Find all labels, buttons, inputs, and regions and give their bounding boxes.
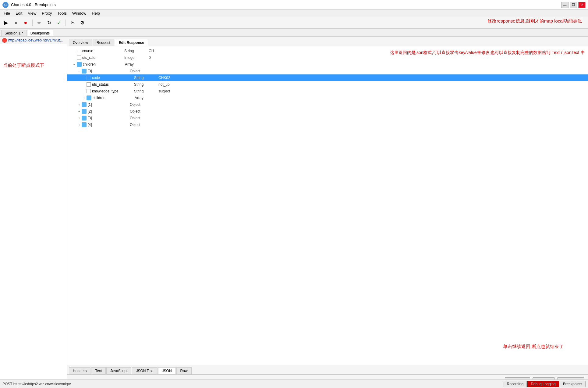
tree-row-2[interactable]: + [2] Object <box>67 108 588 115</box>
check-button[interactable]: ✓ <box>55 19 63 27</box>
window-title: Charles 4.0 - Breakpoints <box>11 2 56 7</box>
tree-row-code[interactable]: code String CHK02 <box>67 74 588 81</box>
settings-button[interactable]: ⚙ <box>78 19 87 27</box>
url-row[interactable]: 🔴 http://fepapi.dev.web.nd/v1/m/uts_rate <box>0 37 67 44</box>
maximize-button[interactable]: ☐ <box>570 2 577 8</box>
menu-window[interactable]: Window <box>70 10 89 16</box>
folder-icon-1 <box>82 102 87 107</box>
tree-container: 这里返回的是json格式,可以直接双击key/value来修改,也可以直接复制完… <box>67 46 588 365</box>
edit-button[interactable]: ✏ <box>35 19 44 27</box>
tree-row-knowledge-type[interactable]: knowledge_type String subject <box>67 88 588 95</box>
menu-help[interactable]: Help <box>89 10 102 16</box>
bottom-tabs: Headers Text JavaScript JSON Text JSON R… <box>67 365 588 375</box>
menu-bar: File Edit View Proxy Tools Window Help <box>0 10 588 17</box>
doc-icon-course <box>77 49 81 53</box>
tab-json[interactable]: JSON <box>158 367 176 374</box>
tree-row-children-nested[interactable]: + children Array <box>67 95 588 101</box>
doc-icon-knowledge-type <box>87 89 91 93</box>
record-button[interactable]: ● <box>12 19 20 27</box>
tab-request[interactable]: Request <box>93 39 114 46</box>
tree-row-0[interactable]: − [0] Object <box>67 68 588 74</box>
menu-proxy[interactable]: Proxy <box>39 10 54 16</box>
tab-overview[interactable]: Overview <box>69 39 92 46</box>
app-icon: C <box>2 2 9 8</box>
debug-logging-button[interactable]: Debug Logging <box>527 381 559 387</box>
tab-text[interactable]: Text <box>91 367 106 374</box>
folder-icon-children-nested <box>87 95 91 100</box>
doc-icon-uts-status <box>87 82 91 87</box>
breakpoints-button[interactable]: Breakpoints <box>560 381 586 387</box>
refresh-button[interactable]: ↻ <box>45 19 53 27</box>
menu-tools[interactable]: Tools <box>55 10 69 16</box>
folder-icon-children <box>77 62 82 67</box>
doc-icon-code <box>87 76 91 80</box>
folder-icon-2 <box>82 109 87 114</box>
doc-icon-uts-rate <box>77 56 81 60</box>
folder-icon-3 <box>82 116 87 120</box>
status-buttons: Recording Debug Logging Breakpoints <box>504 381 586 387</box>
annotation-center-note: 这里返回的是json格式,可以直接双击key/value来修改,也可以直接复制完… <box>390 50 585 55</box>
right-panel: Overview Request Edit Response 这里返回的是jso… <box>67 37 588 388</box>
annotation-left-mid: 当前处于断点模式下 <box>3 63 44 68</box>
menu-view[interactable]: View <box>25 10 39 16</box>
tree-row-3[interactable]: + [3] Object <box>67 115 588 121</box>
menu-edit[interactable]: Edit <box>13 10 25 16</box>
main-layout: 🔴 http://fepapi.dev.web.nd/v1/m/uts_rate… <box>0 37 588 388</box>
recording-button[interactable]: Recording <box>504 381 527 387</box>
toolbar-separator-2 <box>66 20 66 26</box>
left-panel-list: 当前处于断点模式下 <box>0 44 67 384</box>
annotation-top-right: 修改response信息,跟刚才的map local功能类似 <box>487 18 582 24</box>
error-icon: 🔴 <box>2 38 7 43</box>
response-tabs: Overview Request Edit Response <box>67 37 588 46</box>
status-bar: POST https://kshttps2.wiz.cn/wizks/xmlrp… <box>0 379 588 388</box>
tab-headers[interactable]: Headers <box>69 367 90 374</box>
tab-edit-response[interactable]: Edit Response <box>115 39 148 46</box>
tree-row-4[interactable]: + [4] Object <box>67 121 588 128</box>
tree-row-1[interactable]: + [1] Object <box>67 101 588 108</box>
left-panel: 🔴 http://fepapi.dev.web.nd/v1/m/uts_rate… <box>0 37 67 388</box>
session-tab-breakpoints[interactable]: Breakpoints <box>27 30 53 36</box>
minimize-button[interactable]: — <box>561 2 569 8</box>
tab-javascript[interactable]: JavaScript <box>106 367 131 374</box>
tree-row-uts-status[interactable]: uts_status String not_up <box>67 81 588 88</box>
close-button[interactable]: ✕ <box>578 2 586 8</box>
folder-icon-4 <box>82 122 87 127</box>
folder-icon-0 <box>82 69 87 74</box>
annotation-bottom-note: 单击继续返回,断点也就结束了 <box>503 344 564 349</box>
tab-json-text[interactable]: JSON Text <box>132 367 157 374</box>
title-bar: C Charles 4.0 - Breakpoints — ☐ ✕ <box>0 0 588 10</box>
start-button[interactable]: ▶ <box>2 19 10 27</box>
status-url: POST https://kshttps2.wiz.cn/wizks/xmlrp… <box>2 382 71 386</box>
window-controls: — ☐ ✕ <box>561 2 586 8</box>
tree-row-children-root[interactable]: − children Array <box>67 61 588 68</box>
url-text: http://fepapi.dev.web.nd/v1/m/uts_rate <box>8 38 65 42</box>
tools-button[interactable]: ✂ <box>68 19 77 27</box>
session-tabs: Session 1 * Breakpoints <box>0 29 588 37</box>
tab-raw[interactable]: Raw <box>176 367 192 374</box>
toolbar-separator-1 <box>32 20 33 26</box>
menu-file[interactable]: File <box>1 10 12 16</box>
toolbar: ▶ ● ● ✏ ↻ ✓ ✂ ⚙ 修改response信息,跟刚才的map loc… <box>0 17 588 29</box>
session-tab-1[interactable]: Session 1 * <box>1 30 27 36</box>
record-active-button[interactable]: ● <box>21 19 30 27</box>
